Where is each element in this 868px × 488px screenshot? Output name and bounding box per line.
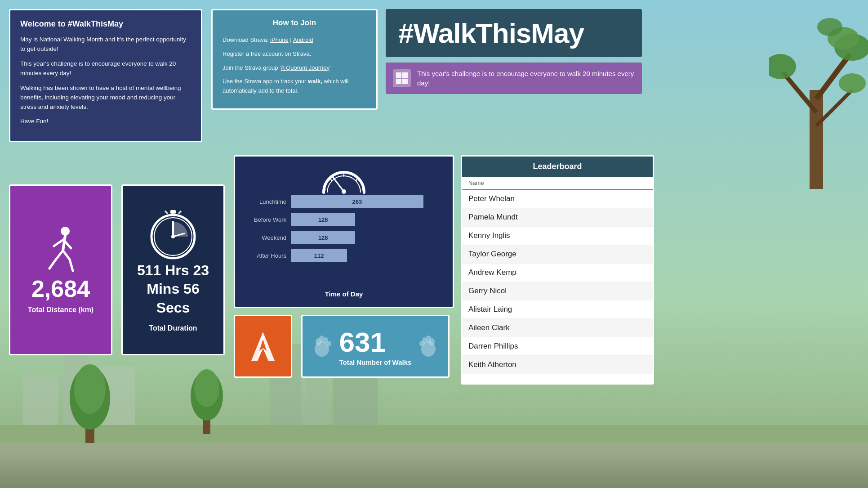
subtitle-text: This year's challenge is to encourage ev…: [417, 69, 635, 88]
walks-value: 631: [339, 326, 412, 358]
svg-point-60: [426, 336, 431, 343]
welcome-para4: Have Fun!: [20, 117, 191, 126]
leaderboard-card: Leaderboard Name Peter Whelan Pamela Mun…: [461, 155, 654, 385]
tree-left-2: [189, 367, 225, 434]
leaderboard-list: Peter Whelan Pamela Mundt Kenny Inglis T…: [462, 190, 653, 379]
svg-point-62: [419, 341, 424, 346]
svg-point-13: [194, 369, 219, 407]
duration-card: 511 Hrs 23 Mins 56 Secs Total Duration: [121, 184, 225, 355]
svg-point-20: [769, 54, 796, 79]
svg-line-44: [330, 178, 332, 181]
leaderboard-item: Aillidh Gladstone-Wallace: [462, 374, 653, 379]
svg-point-21: [839, 73, 866, 93]
svg-point-55: [319, 336, 325, 343]
chart-row-after-hours: After Hours 112: [246, 249, 442, 262]
leaderboard-item: Alistair Laing: [462, 300, 653, 319]
strava-logo-icon: [245, 328, 281, 364]
svg-rect-24: [402, 72, 408, 78]
welcome-para3: Walking has been shown to have a host of…: [20, 84, 191, 112]
leaderboard-item: Peter Whelan: [462, 190, 653, 208]
chart-row-before-work: Before Work 128: [246, 213, 442, 226]
svg-rect-40: [170, 210, 176, 214]
duration-label: Total Duration: [149, 324, 197, 332]
ground: [0, 452, 868, 488]
title-card: #WalkThisMay This year's challenge is to…: [386, 9, 642, 94]
chart-row-weekend: Weekend 128: [246, 231, 442, 244]
main-title: #WalkThisMay: [398, 17, 629, 49]
how-step3: Join the Strava group 'A Quorum Journey': [223, 63, 366, 73]
chart-rows: Lunchtime 263 Before Work 128 Weekend 12…: [246, 195, 442, 286]
iphone-link[interactable]: iPhone: [270, 36, 288, 43]
leaderboard-item: Darren Phillips: [462, 337, 653, 356]
subtitle-banner: This year's challenge is to encourage ev…: [386, 63, 642, 94]
foot-left-icon: [312, 332, 332, 361]
leaderboard-item: Taylor George: [462, 245, 653, 264]
svg-line-28: [63, 236, 65, 251]
svg-line-42: [178, 211, 181, 214]
how-step2: Register a free account on Strava.: [223, 49, 366, 59]
leaderboard-item: Keith Atherton: [462, 356, 653, 374]
svg-point-49: [342, 189, 346, 194]
svg-rect-25: [396, 79, 401, 84]
welcome-para2: This year's challenge is to encourage ev…: [20, 59, 191, 78]
how-title: How to Join: [223, 18, 366, 27]
svg-line-48: [333, 177, 344, 192]
leaderboard-col-name: Name: [462, 177, 653, 190]
svg-line-34: [70, 260, 73, 271]
distance-card: 2,684 Total Distance (km): [9, 184, 112, 355]
svg-line-46: [356, 178, 357, 181]
leaderboard-item: Andrew Kemp: [462, 264, 653, 282]
how-step4: Use the Strava app to track your walk, w…: [223, 77, 366, 96]
tree-left-1: [67, 362, 112, 443]
distance-label: Total Distance (km): [28, 306, 93, 314]
windows-icon: [393, 69, 411, 87]
strava-group-link[interactable]: A Quorum Journey: [281, 64, 329, 71]
svg-rect-23: [396, 72, 401, 78]
svg-line-41: [165, 211, 168, 214]
chart-row-lunchtime: Lunchtime 263: [246, 195, 442, 208]
walks-label: Total Number of Walks: [339, 358, 412, 367]
leaderboard-item: Gerry Nicol: [462, 282, 653, 300]
duration-value: 511 Hrs 23 Mins 56 Secs: [132, 261, 214, 318]
svg-point-57: [327, 341, 331, 346]
svg-line-29: [54, 239, 64, 246]
distance-value: 2,684: [31, 275, 90, 302]
welcome-card: Welcome to #WalkThisMay May is National …: [9, 9, 202, 142]
walker-icon: [40, 226, 81, 275]
svg-line-33: [63, 251, 70, 260]
how-to-join-card: How to Join Download Strava: iPhone | An…: [211, 9, 378, 110]
svg-point-22: [817, 18, 842, 36]
chart-title: Time of Day: [325, 290, 363, 298]
tree-right: [769, 0, 868, 189]
svg-line-32: [49, 261, 55, 269]
foot-right-icon: [418, 332, 439, 361]
chart-card: Lunchtime 263 Before Work 128 Weekend 12…: [234, 155, 454, 308]
clock-icon: [146, 207, 200, 261]
walks-card: 631 Total Number of Walks: [301, 315, 450, 378]
leaderboard-item: Pamela Mundt: [462, 208, 653, 227]
welcome-para1: May is National Walking Month and it's t…: [20, 35, 191, 54]
speedometer-icon: [319, 166, 369, 195]
walks-number-label: 631 Total Number of Walks: [339, 326, 412, 367]
strava-card: [234, 315, 292, 378]
svg-rect-26: [402, 79, 408, 84]
title-banner: #WalkThisMay: [386, 9, 642, 57]
svg-line-31: [55, 251, 63, 261]
leaderboard-item: Aileen Clark: [462, 319, 653, 337]
leaderboard-header: Leaderboard: [462, 157, 653, 177]
svg-point-10: [74, 364, 106, 414]
welcome-title: Welcome to #WalkThisMay: [20, 19, 191, 29]
android-link[interactable]: Android: [293, 36, 313, 43]
leaderboard-item: Kenny Inglis: [462, 227, 653, 245]
how-step1: Download Strava: iPhone | Android: [223, 36, 366, 45]
